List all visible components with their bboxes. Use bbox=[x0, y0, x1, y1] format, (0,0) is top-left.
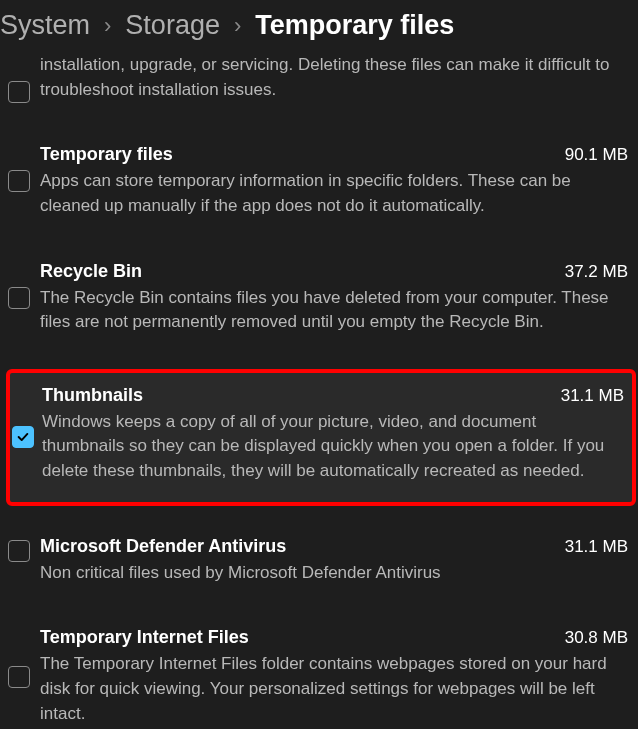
content-area: installation, upgrade, or servicing. Del… bbox=[0, 53, 638, 729]
checkmark-icon bbox=[16, 430, 30, 444]
breadcrumb-system[interactable]: System bbox=[0, 10, 90, 41]
breadcrumb: System › Storage › Temporary files bbox=[0, 0, 638, 53]
item-description: installation, upgrade, or servicing. Del… bbox=[40, 53, 634, 102]
item-description: The Recycle Bin contains files you have … bbox=[40, 286, 628, 335]
item-size: 31.1 MB bbox=[561, 386, 624, 406]
item-size: 31.1 MB bbox=[565, 537, 628, 557]
item-description: Windows keeps a copy of all of your pict… bbox=[42, 410, 624, 484]
item-description: The Temporary Internet Files folder cont… bbox=[40, 652, 628, 726]
item-title: Temporary files bbox=[40, 144, 173, 165]
item-size: 30.8 MB bbox=[565, 628, 628, 648]
item-title: Thumbnails bbox=[42, 385, 143, 406]
item-title: Temporary Internet Files bbox=[40, 627, 249, 648]
list-item-thumbnails: Thumbnails 31.1 MB Windows keeps a copy … bbox=[6, 369, 636, 506]
item-description: Non critical files used by Microsoft Def… bbox=[40, 561, 628, 586]
checkbox[interactable] bbox=[12, 426, 34, 448]
item-size: 90.1 MB bbox=[565, 145, 628, 165]
chevron-right-icon: › bbox=[234, 13, 241, 39]
item-title: Recycle Bin bbox=[40, 261, 142, 282]
breadcrumb-current: Temporary files bbox=[255, 10, 454, 41]
item-size: 37.2 MB bbox=[565, 262, 628, 282]
list-item-temporary-files: Temporary files 90.1 MB Apps can store t… bbox=[10, 132, 634, 230]
item-description: Apps can store temporary information in … bbox=[40, 169, 628, 218]
chevron-right-icon: › bbox=[104, 13, 111, 39]
list-item-defender: Microsoft Defender Antivirus 31.1 MB Non… bbox=[10, 524, 634, 598]
list-item-recycle-bin: Recycle Bin 37.2 MB The Recycle Bin cont… bbox=[10, 249, 634, 347]
list-item-internet-files: Temporary Internet Files 30.8 MB The Tem… bbox=[10, 615, 634, 729]
checkbox[interactable] bbox=[8, 170, 30, 192]
checkbox[interactable] bbox=[8, 287, 30, 309]
breadcrumb-storage[interactable]: Storage bbox=[125, 10, 220, 41]
item-title: Microsoft Defender Antivirus bbox=[40, 536, 286, 557]
checkbox[interactable] bbox=[8, 81, 30, 103]
list-item-partial: installation, upgrade, or servicing. Del… bbox=[10, 53, 634, 114]
checkbox[interactable] bbox=[8, 666, 30, 688]
checkbox[interactable] bbox=[8, 540, 30, 562]
